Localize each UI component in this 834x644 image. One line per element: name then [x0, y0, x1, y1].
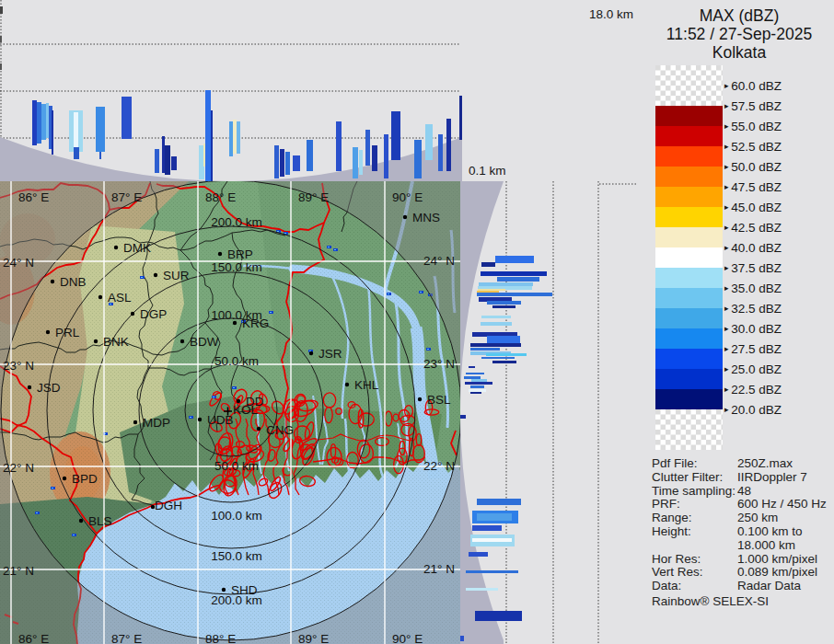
svg-text:89° E: 89° E: [298, 190, 329, 204]
svg-text:BRP: BRP: [227, 247, 253, 261]
svg-text:88° E: 88° E: [205, 632, 236, 644]
svg-text:90° E: 90° E: [392, 190, 423, 204]
svg-text:BNK: BNK: [103, 335, 129, 349]
svg-text:21° N: 21° N: [3, 564, 34, 578]
svg-text:DGP: DGP: [140, 307, 167, 321]
svg-text:BSL: BSL: [427, 393, 451, 407]
svg-text:50.0 km: 50.0 km: [214, 459, 259, 473]
svg-text:89° E: 89° E: [298, 632, 329, 644]
svg-text:MNS: MNS: [412, 211, 440, 224]
svg-text:24° N: 24° N: [423, 254, 455, 268]
svg-text:CNG: CNG: [266, 423, 294, 437]
svg-text:22° N: 22° N: [3, 461, 34, 475]
svg-text:50.0 km: 50.0 km: [214, 354, 259, 368]
svg-text:BDW: BDW: [190, 335, 219, 349]
svg-text:DNB: DNB: [60, 275, 87, 289]
svg-text:200.0 km: 200.0 km: [211, 215, 262, 229]
svg-text:86° E: 86° E: [18, 632, 49, 644]
svg-text:ASL: ASL: [108, 291, 132, 305]
svg-text:SUR: SUR: [163, 269, 190, 282]
svg-text:JSD: JSD: [37, 381, 61, 395]
svg-text:PRL: PRL: [55, 326, 80, 339]
svg-text:UDB: UDB: [207, 413, 234, 427]
svg-text:BLS: BLS: [88, 514, 112, 528]
svg-text:23° N: 23° N: [423, 357, 455, 371]
svg-text:150.0 km: 150.0 km: [211, 260, 262, 274]
svg-text:86° E: 86° E: [18, 190, 49, 204]
svg-text:100.0 km: 100.0 km: [211, 509, 262, 523]
svg-text:KOL: KOL: [233, 403, 259, 417]
svg-text:KHL: KHL: [354, 378, 379, 392]
svg-text:22° N: 22° N: [423, 459, 455, 473]
svg-text:87° E: 87° E: [111, 632, 142, 644]
svg-text:87° E: 87° E: [111, 190, 142, 204]
svg-text:SHD: SHD: [231, 583, 258, 597]
svg-text:KRG: KRG: [242, 316, 269, 330]
svg-text:23° N: 23° N: [3, 359, 34, 373]
svg-text:DGH: DGH: [155, 499, 182, 512]
svg-text:MDP: MDP: [143, 416, 170, 430]
svg-text:JSR: JSR: [319, 347, 342, 361]
svg-text:150.0 km: 150.0 km: [211, 549, 262, 563]
svg-text:24° N: 24° N: [3, 256, 34, 270]
svg-text:90° E: 90° E: [392, 632, 423, 644]
svg-text:21° N: 21° N: [423, 562, 455, 576]
svg-text:BPD: BPD: [72, 472, 98, 486]
svg-text:DMK: DMK: [123, 241, 151, 255]
svg-text:88° E: 88° E: [205, 190, 236, 204]
